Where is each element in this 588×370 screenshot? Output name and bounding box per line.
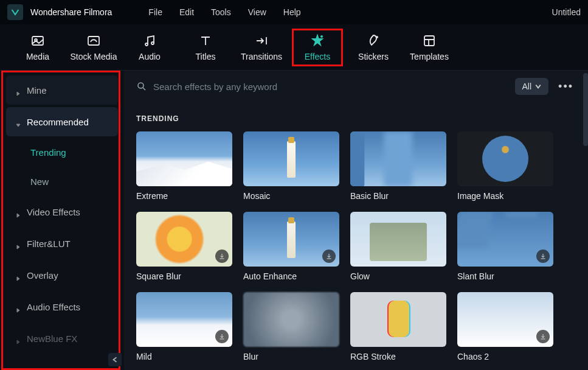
download-icon[interactable]	[536, 250, 550, 263]
download-icon[interactable]	[322, 250, 336, 263]
effect-label: Square Blur	[136, 271, 232, 281]
tab-audio[interactable]: Audio	[124, 29, 175, 66]
templates-icon	[422, 33, 437, 48]
sidebar-item-label: Overlay	[27, 270, 58, 281]
download-icon[interactable]	[536, 330, 550, 343]
search-bar: All •••	[124, 71, 588, 102]
svg-point-5	[321, 35, 322, 37]
menu-view[interactable]: View	[248, 7, 266, 17]
effect-thumbnail	[243, 212, 339, 267]
sidebar-sub-new[interactable]: New	[0, 167, 124, 196]
tab-stock-media[interactable]: Stock Media	[68, 29, 119, 66]
sidebar-item-label: Recommended	[27, 117, 89, 127]
effect-label: Chaos 2	[457, 352, 553, 361]
menu-bar: File Edit Tools View Help	[148, 7, 300, 17]
sidebar-sub-label: New	[30, 176, 49, 187]
effect-label: Extreme	[136, 191, 232, 201]
sidebar-item-label: Mine	[27, 85, 47, 96]
sidebar-item-label: Video Effects	[27, 207, 80, 217]
sidebar-item-label: Filter&LUT	[27, 239, 71, 249]
titles-icon	[198, 33, 213, 48]
tab-effects[interactable]: Effects	[292, 29, 343, 66]
sidebar-item-label: Audio Effects	[27, 302, 80, 312]
tab-titles[interactable]: Titles	[180, 29, 231, 66]
tab-transitions[interactable]: Transitions	[236, 29, 287, 66]
effect-card-slant-blur[interactable]: Slant Blur	[457, 212, 553, 281]
chevron-right-icon	[16, 273, 21, 278]
document-title: Untitled	[552, 7, 581, 17]
effect-label: Basic Blur	[350, 191, 446, 201]
svg-point-6	[376, 37, 378, 38]
sidebar-item-video-effects[interactable]: Video Effects	[6, 197, 118, 226]
menu-edit[interactable]: Edit	[179, 7, 194, 17]
transitions-icon	[254, 33, 269, 48]
effect-label: Image Mask	[457, 191, 553, 201]
section-title: TRENDING	[136, 114, 576, 123]
stock-media-icon	[86, 33, 101, 48]
effect-thumbnail	[136, 131, 232, 186]
app-name: Wondershare Filmora	[30, 7, 112, 17]
main-panel: All ••• TRENDING ExtremeMosaicBasic Blur…	[124, 71, 588, 370]
effect-card-mosaic[interactable]: Mosaic	[243, 131, 339, 201]
chevron-left-icon	[112, 357, 118, 363]
menu-help[interactable]: Help	[283, 7, 301, 17]
main-toolbar: Media Stock Media Audio Titles Transitio…	[0, 24, 588, 71]
sidebar-item-overlay[interactable]: Overlay	[6, 260, 118, 290]
tab-media[interactable]: Media	[12, 29, 63, 66]
effect-thumbnail	[457, 131, 553, 186]
sidebar-item-mine[interactable]: Mine	[6, 75, 118, 105]
svg-rect-7	[424, 36, 434, 46]
effects-content: TRENDING ExtremeMosaicBasic BlurImage Ma…	[124, 102, 588, 370]
effect-label: Auto Enhance	[243, 271, 339, 281]
sidebar-sub-trending[interactable]: Trending	[0, 138, 124, 167]
filter-dropdown[interactable]: All	[515, 78, 549, 95]
sidebar-item-filter-lut[interactable]: Filter&LUT	[6, 229, 118, 258]
effect-thumbnail	[350, 212, 446, 267]
chevron-right-icon	[16, 336, 21, 341]
download-icon[interactable]	[215, 330, 229, 343]
download-icon[interactable]	[215, 250, 229, 263]
effects-icon	[310, 33, 325, 48]
titlebar: Wondershare Filmora File Edit Tools View…	[0, 0, 588, 24]
effect-card-basic-blur[interactable]: Basic Blur	[350, 131, 446, 201]
effect-card-chaos-2[interactable]: Chaos 2	[457, 292, 553, 361]
chevron-down-icon	[535, 83, 541, 89]
effect-card-extreme[interactable]: Extreme	[136, 131, 232, 201]
sidebar-item-label: NewBlue FX	[27, 333, 77, 344]
effect-label: Glow	[350, 271, 446, 281]
effect-thumbnail	[243, 292, 339, 347]
chevron-right-icon	[16, 209, 21, 214]
effect-thumbnail	[457, 212, 553, 267]
svg-rect-2	[88, 37, 99, 45]
app-logo	[7, 4, 23, 20]
effect-card-square-blur[interactable]: Square Blur	[136, 212, 232, 281]
tab-stickers[interactable]: Stickers	[348, 29, 399, 66]
svg-point-8	[138, 83, 144, 88]
sidebar: Mine Recommended Trending New Video Effe…	[0, 71, 124, 370]
effect-label: Mild	[136, 352, 232, 361]
filter-label: All	[522, 82, 532, 91]
more-button[interactable]: •••	[556, 78, 576, 96]
menu-tools[interactable]: Tools	[211, 7, 231, 17]
tab-templates[interactable]: Templates	[404, 29, 455, 66]
svg-point-4	[151, 42, 154, 44]
effect-card-rgb-stroke[interactable]: RGB Stroke	[350, 292, 446, 361]
chevron-right-icon	[16, 88, 21, 92]
sidebar-item-recommended[interactable]: Recommended	[6, 107, 118, 136]
svg-point-3	[145, 43, 148, 46]
search-input[interactable]	[153, 82, 508, 92]
effect-card-auto-enhance[interactable]: Auto Enhance	[243, 212, 339, 281]
scrollbar[interactable]	[583, 73, 588, 146]
sidebar-item-newblue-fx[interactable]: NewBlue FX	[6, 324, 118, 353]
collapse-sidebar-button[interactable]	[108, 353, 122, 366]
menu-file[interactable]: File	[148, 7, 162, 17]
effect-thumbnail	[136, 292, 232, 347]
chevron-right-icon	[16, 304, 21, 309]
sidebar-item-audio-effects[interactable]: Audio Effects	[6, 292, 118, 321]
effect-card-blur[interactable]: Blur	[243, 292, 339, 361]
effect-card-mild[interactable]: Mild	[136, 292, 232, 361]
effect-card-image-mask[interactable]: Image Mask	[457, 131, 553, 201]
chevron-right-icon	[16, 241, 21, 246]
effect-card-glow[interactable]: Glow	[350, 212, 446, 281]
effect-thumbnail	[136, 212, 232, 267]
